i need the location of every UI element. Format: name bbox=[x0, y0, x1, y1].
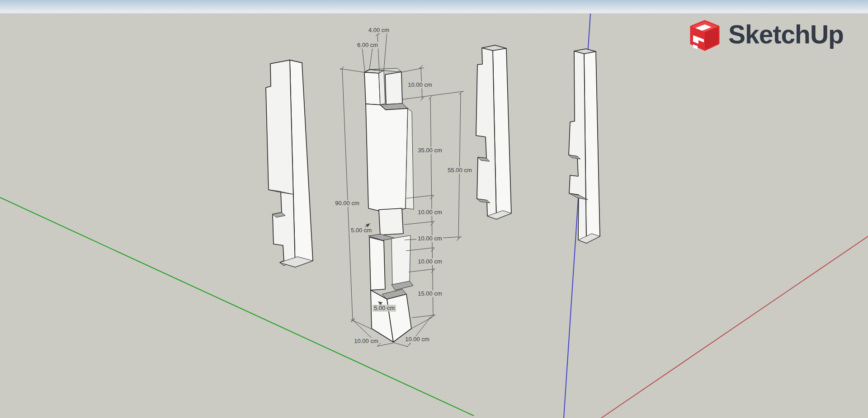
dimension-label[interactable]: 4.00 cm bbox=[367, 27, 391, 34]
post-3[interactable] bbox=[476, 45, 511, 219]
drawing-canvas[interactable]: 4.00 cm6.00 cm10.00 cm35.00 cm55.00 cm90… bbox=[0, 0, 868, 418]
dimension-label[interactable]: 10.00 cm bbox=[404, 336, 430, 343]
dimension-label[interactable]: 10.00 cm bbox=[416, 258, 443, 265]
dimension-label[interactable]: 5.00 cm bbox=[373, 305, 396, 312]
dimension-label[interactable]: 10.00 cm bbox=[406, 82, 433, 89]
dimension-label[interactable]: 35.00 cm bbox=[416, 147, 443, 154]
dimension-label[interactable]: 5.00 cm bbox=[349, 227, 373, 234]
sketchup-logo: SketchUp bbox=[688, 16, 844, 52]
window-titlebar bbox=[0, 0, 868, 14]
dimension-label[interactable]: 10.00 cm bbox=[416, 235, 443, 242]
post-4[interactable] bbox=[569, 49, 600, 243]
post-1[interactable] bbox=[266, 60, 313, 267]
dimension-label[interactable]: 6.00 cm bbox=[356, 42, 379, 49]
dimension-label[interactable]: 10.00 cm bbox=[353, 338, 379, 345]
dimension-label[interactable]: 10.00 cm bbox=[416, 209, 443, 216]
dimension-label[interactable]: 90.00 cm bbox=[334, 200, 360, 207]
dimension-label[interactable]: 15.00 cm bbox=[416, 291, 443, 297]
sketchup-wordmark: SketchUp bbox=[728, 19, 844, 49]
sketchup-logo-icon bbox=[688, 16, 722, 52]
red-axis bbox=[601, 236, 868, 418]
post-2[interactable] bbox=[364, 68, 414, 342]
dimension-label[interactable]: 55.00 cm bbox=[446, 167, 473, 174]
